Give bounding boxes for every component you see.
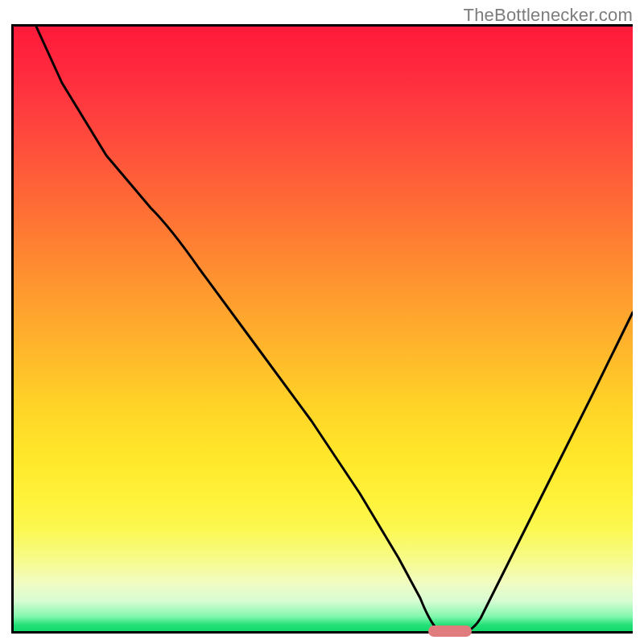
- chart-canvas: TheBottlenecker.com: [0, 0, 644, 644]
- watermark-text: TheBottlenecker.com: [464, 5, 633, 26]
- plot-border-bottom: [11, 631, 633, 634]
- curve-path: [36, 27, 633, 631]
- optimal-range-pill: [428, 625, 472, 637]
- bottleneck-curve: [14, 27, 633, 631]
